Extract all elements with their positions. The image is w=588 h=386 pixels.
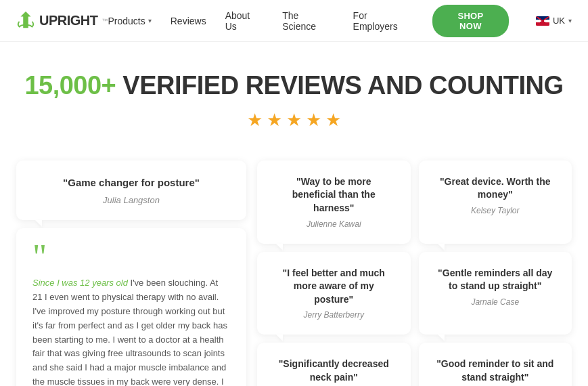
- review-row-2: "I feel better and much more aware of my…: [257, 252, 572, 335]
- review-highlight: Since I was 12 years old: [32, 278, 128, 288]
- nav-about[interactable]: About Us: [225, 10, 264, 32]
- star-rating: ★ ★ ★ ★ ★: [14, 110, 574, 131]
- review-quote-5: "Significantly decreased neck pain": [273, 358, 394, 384]
- review-author-2: Kelsey Taylor: [435, 206, 556, 215]
- review-row-3: "Significantly decreased neck pain" Stef…: [257, 343, 572, 386]
- review-quote-3: "I feel better and much more aware of my…: [273, 267, 394, 307]
- locale-chevron-icon: ▾: [568, 17, 572, 24]
- star-2: ★: [267, 110, 282, 131]
- hero-section: 15,000+ VERIFIED REVIEWS AND COUNTING ★ …: [0, 42, 588, 144]
- review-card-3: "I feel better and much more aware of my…: [257, 252, 411, 335]
- review-quote-2: "Great device. Worth the money": [435, 175, 556, 202]
- logo-icon: [16, 10, 35, 32]
- locale-selector[interactable]: UK ▾: [536, 16, 572, 26]
- logo-tm: ™: [102, 18, 108, 24]
- navigation: UPRIGHT™ Products ▾ Reviews About Us The…: [0, 0, 588, 42]
- review-author-4: Jarnale Case: [435, 297, 556, 307]
- review-card-1: "Way to be more beneficial than the harn…: [257, 160, 411, 244]
- flag-icon: [536, 16, 549, 26]
- hero-title: 15,000+ VERIFIED REVIEWS AND COUNTING: [14, 72, 574, 100]
- review-card-6: "Good reminder to sit and stand straight…: [419, 343, 572, 386]
- nav-products[interactable]: Products ▾: [108, 16, 152, 26]
- decorative-quote-icon: ": [32, 243, 230, 272]
- review-card-2: "Great device. Worth the money" Kelsey T…: [419, 160, 572, 244]
- review-count: 15,000+: [24, 71, 116, 100]
- star-5: ★: [325, 110, 341, 131]
- star-1: ★: [247, 110, 263, 131]
- locale-text: UK: [553, 16, 565, 26]
- review-quote-6: "Good reminder to sit and stand straight…: [435, 358, 556, 384]
- nav-employers[interactable]: For Employers: [353, 10, 413, 32]
- featured-review-card: "Game changer for posture" Julia Langsto…: [16, 160, 246, 220]
- logo[interactable]: UPRIGHT™: [16, 10, 108, 32]
- reviews-section: "Game changer for posture" Julia Langsto…: [0, 144, 588, 386]
- logo-text: UPRIGHT: [39, 13, 98, 28]
- featured-quote: "Game changer for posture": [32, 175, 230, 190]
- nav-science[interactable]: The Science: [282, 10, 334, 32]
- nav-links: Products ▾ Reviews About Us The Science …: [108, 5, 572, 37]
- review-quote-4: "Gentle reminders all day to stand up st…: [435, 267, 556, 293]
- left-panel: "Game changer for posture" Julia Langsto…: [16, 160, 246, 386]
- right-panel: "Way to be more beneficial than the harn…: [257, 160, 572, 386]
- review-row-1: "Way to be more beneficial than the harn…: [257, 160, 572, 244]
- shop-now-button[interactable]: SHOP NOW: [432, 5, 509, 37]
- review-quote-1: "Way to be more beneficial than the harn…: [273, 175, 394, 215]
- nav-reviews[interactable]: Reviews: [171, 16, 206, 26]
- star-3: ★: [286, 110, 302, 131]
- long-review-text: Since I was 12 years old I've been slouc…: [32, 276, 230, 386]
- review-author-1: Julienne Kawai: [273, 219, 394, 229]
- long-review-card: " Since I was 12 years old I've been slo…: [16, 228, 246, 386]
- featured-author: Julia Langston: [32, 195, 230, 205]
- review-card-4: "Gentle reminders all day to stand up st…: [419, 252, 572, 335]
- chevron-down-icon: ▾: [148, 17, 152, 24]
- review-card-5: "Significantly decreased neck pain" Stef…: [257, 343, 411, 386]
- review-author-3: Jerry Batterberry: [273, 310, 394, 320]
- star-4: ★: [306, 110, 321, 131]
